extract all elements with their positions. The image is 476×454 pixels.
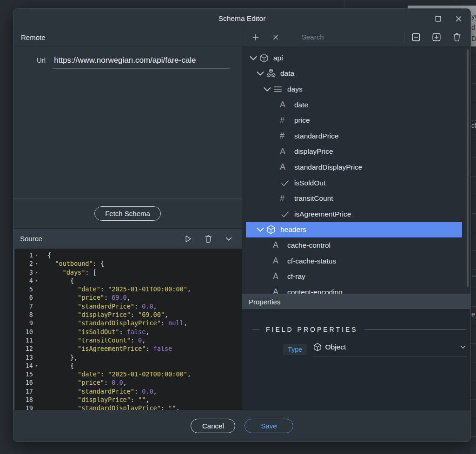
fold-icon[interactable]: ▾ (33, 251, 41, 259)
type-value: Object (325, 343, 346, 351)
tree-item-cf-ray[interactable]: Acf-ray (246, 269, 462, 284)
fold-spacer (33, 310, 41, 319)
code-editor[interactable]: 1▾{2▾ "outbound": {3▾ "days": [4▾ {5 "da… (13, 249, 242, 410)
fold-spacer (33, 328, 41, 336)
code-line: 5 "date": "2025-01-01T00:00:00", (14, 285, 242, 293)
chevron-down-icon[interactable] (255, 224, 266, 235)
line-number: 12 (14, 344, 33, 353)
search-input[interactable] (301, 31, 398, 43)
background-text-fragment: yw (471, 12, 476, 20)
window-title: Schema Editor (13, 14, 470, 23)
background-text-fragment: D (471, 34, 476, 42)
code-line: 16 "price": 0.0, (14, 378, 242, 387)
schema-tree: apidatadaysAdate#price#standardPriceAdis… (242, 46, 470, 294)
maximize-icon[interactable] (434, 15, 442, 23)
collapse-source-icon[interactable] (224, 234, 233, 243)
string-icon: A (280, 100, 290, 109)
tree-item-content-encoding[interactable]: Acontent-encoding (246, 284, 462, 294)
tree-item-label: transitCount (294, 194, 333, 203)
string-icon: A (273, 288, 283, 294)
code-line: 15 "date": "2025-01-02T00:00:00", (14, 370, 242, 378)
schema-editor-dialog: Schema Editor Remote Url (13, 8, 471, 442)
type-label: Type (283, 344, 307, 355)
boolean-icon (280, 178, 290, 188)
background-strip: ywdD87ch....e (471, 46, 476, 454)
tree-item-cache-control[interactable]: Acache-control (246, 237, 462, 253)
tree-item-isSoldOut[interactable]: isSoldOut (246, 175, 462, 191)
properties-title: Properties (249, 298, 280, 306)
delete-field-icon[interactable] (452, 32, 462, 42)
chevron-down-icon (459, 343, 467, 351)
code-line: 4▾ { (14, 276, 242, 285)
run-icon[interactable] (183, 234, 192, 243)
cancel-button[interactable]: Cancel (191, 419, 235, 433)
tree-scrollbar[interactable] (467, 49, 469, 287)
code-line: 9 "standardDisplayPrice": null, (14, 319, 242, 327)
tree-item-label: standardPrice (294, 132, 339, 140)
line-number: 10 (14, 328, 33, 336)
code-line: 18 "displayPrice": "", (14, 395, 242, 404)
remove-field-icon[interactable] (272, 33, 279, 41)
fold-spacer (33, 370, 41, 378)
fold-spacer (33, 285, 41, 293)
section-rule-left (252, 329, 259, 330)
remote-panel-header: Remote (21, 33, 46, 41)
line-number: 17 (14, 387, 33, 395)
code-line: 12 "isAgreementPrice": false (14, 344, 242, 353)
dialog-footer: Cancel Save (13, 410, 470, 441)
tree-item-transitCount[interactable]: #transitCount (246, 191, 462, 206)
background-divider (344, 0, 344, 8)
tree-item-days[interactable]: days (246, 81, 462, 97)
save-button[interactable]: Save (245, 419, 293, 433)
properties-panel-header[interactable]: Properties (242, 294, 470, 309)
tree-item-displayPrice[interactable]: AdisplayPrice (246, 144, 462, 160)
fold-spacer (33, 293, 41, 302)
tree-item-label: cache-control (287, 241, 331, 250)
line-number: 8 (14, 310, 33, 319)
url-label: Url (37, 56, 46, 64)
tree-item-headers[interactable]: headers (246, 222, 462, 238)
tree-item-isAgreementPrice[interactable]: isAgreementPrice (246, 206, 462, 222)
chevron-down-icon[interactable] (248, 53, 259, 64)
tree-item-date[interactable]: Adate (246, 97, 462, 113)
close-icon[interactable] (455, 15, 463, 23)
number-icon: # (280, 194, 290, 203)
tree-item-standardDisplayPrice[interactable]: AstandardDisplayPrice (246, 159, 462, 175)
chevron-down-icon[interactable] (262, 84, 273, 95)
chevron-down-icon[interactable] (255, 68, 266, 79)
collapse-all-icon[interactable] (411, 32, 421, 42)
field-properties-section-title: FIELD PROPERTIES (266, 326, 358, 333)
fold-icon[interactable]: ▾ (33, 276, 41, 285)
remote-panel: Url Fetch Schema Source 1▾{2▾ "outbound"… (13, 46, 242, 410)
fold-icon[interactable]: ▾ (33, 362, 41, 370)
expand-all-icon[interactable] (431, 32, 442, 42)
tree-item-label: data (280, 69, 294, 78)
tree-item-label: date (294, 101, 308, 109)
code-line: 19 "standardDisplayPrice": "", (14, 404, 242, 410)
titlebar: Schema Editor (13, 9, 470, 28)
tree-item-standardPrice[interactable]: #standardPrice (246, 128, 462, 144)
fetch-schema-button[interactable]: Fetch Schema (94, 206, 161, 221)
boolean-icon (280, 209, 290, 219)
string-icon: A (273, 241, 283, 250)
tree-item-price[interactable]: #price (246, 112, 462, 128)
add-field-icon[interactable] (251, 33, 260, 41)
tree-item-data[interactable]: data (246, 66, 462, 82)
code-line: 7 "standardPrice": 0.0, (14, 302, 242, 310)
code-line: 13 }, (14, 353, 242, 362)
number-icon: # (280, 132, 290, 140)
clear-source-icon[interactable] (204, 234, 213, 243)
type-select[interactable]: Object (313, 342, 467, 356)
line-number: 5 (14, 285, 33, 293)
tree-item-api[interactable]: api (246, 50, 462, 66)
array-icon (273, 84, 283, 94)
fold-icon[interactable]: ▾ (33, 268, 41, 276)
url-input[interactable] (53, 55, 230, 69)
line-number: 14 (14, 362, 33, 370)
fold-spacer (33, 395, 41, 404)
background-text-fragment: d (471, 23, 476, 31)
tree-item-cf-cache-status[interactable]: Acf-cache-status (246, 253, 462, 269)
schema-panel: apidatadaysAdate#price#standardPriceAdis… (242, 46, 470, 410)
fold-icon[interactable]: ▾ (33, 259, 41, 268)
line-number: 13 (14, 353, 33, 362)
